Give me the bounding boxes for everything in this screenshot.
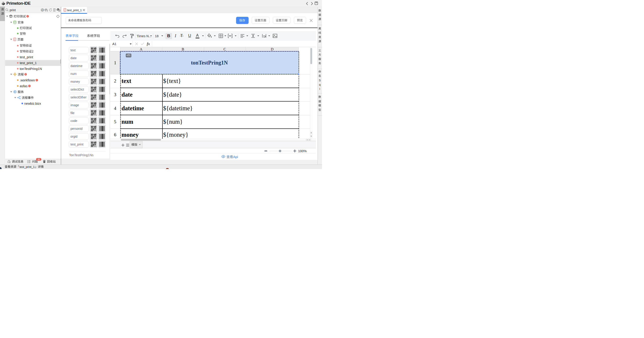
svg-text:AI: AI	[42, 9, 43, 11]
